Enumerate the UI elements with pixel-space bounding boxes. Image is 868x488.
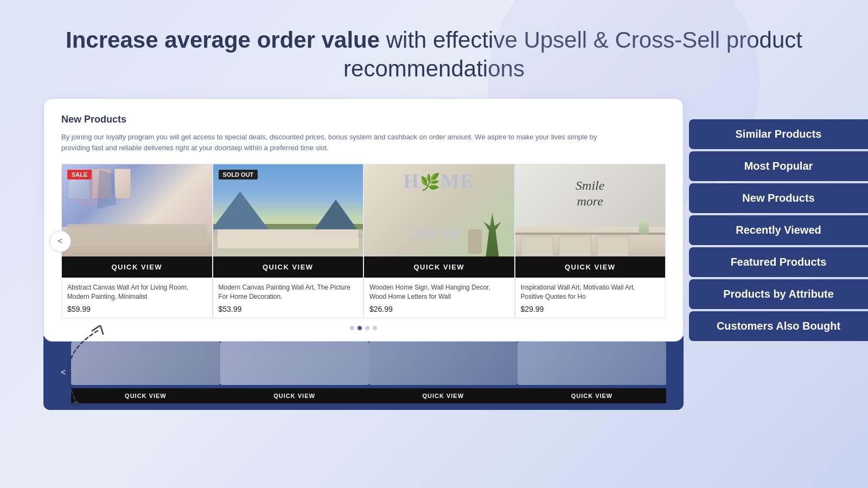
dot-4[interactable] — [373, 326, 377, 330]
quick-view-button-3[interactable]: QUICK VIEW — [364, 256, 514, 278]
dot-2[interactable] — [358, 326, 362, 330]
chevron-left-icon: < — [58, 236, 62, 246]
sidebar-item-products-by-attribute[interactable]: Products by Attribute — [689, 279, 868, 309]
dot-1[interactable] — [350, 326, 354, 330]
product-price-1: $59.99 — [67, 305, 207, 313]
card-description: By joining our loyalty program you will … — [61, 132, 604, 153]
product-info-1: Abstract Canvas Wall Art for Living Room… — [62, 278, 212, 318]
dot-3[interactable] — [365, 326, 369, 330]
product-price-2: $53.99 — [219, 305, 358, 313]
bottom-quick-view-button-2[interactable]: QUICK VIEW — [220, 388, 369, 403]
quick-view-button-4[interactable]: QUICK VIEW — [515, 256, 666, 278]
product-name-4: Inspirational Wall Art, Motivatio Wall A… — [521, 283, 660, 301]
bottom-product-image-2 — [220, 342, 369, 385]
sidebar-item-recently-viewed[interactable]: Recently Viewed — [689, 215, 868, 245]
hero-bold: Increase average order value — [66, 27, 380, 53]
product-info-3: Wooden Home Sign, Wall Hanging Decor, Wo… — [364, 278, 514, 318]
bottom-product-4: QUICK VIEW — [518, 342, 666, 403]
bottom-product-2: QUICK VIEW — [220, 342, 369, 403]
bottom-product-image-4 — [518, 342, 666, 385]
bottom-quick-view-button-4[interactable]: QUICK VIEW — [518, 388, 666, 403]
sidebar-item-new-products[interactable]: New Products — [689, 183, 868, 213]
card-title: New Products — [61, 114, 666, 125]
product-card-3: H🌿ME HO ME QUICK VIEW Wooden Home Sign, … — [363, 164, 515, 318]
bottom-quick-view-button-3[interactable]: QUICK VIEW — [369, 388, 518, 403]
product-name-3: Wooden Home Sign, Wall Hanging Decor, Wo… — [369, 283, 509, 301]
sidebar-labels-container: Similar Products Most Popular New Produc… — [689, 119, 868, 343]
product-card-4: Smilemore QUICK VIEW Inspirational Wall … — [515, 164, 666, 318]
product-image-4: Smilemore — [515, 164, 666, 256]
sale-badge-1: SALE — [67, 170, 92, 179]
bottom-product-3: QUICK VIEW — [369, 342, 518, 403]
product-name-1: Abstract Canvas Wall Art for Living Room… — [67, 283, 207, 301]
quick-view-button-2[interactable]: QUICK VIEW — [213, 256, 363, 278]
product-image-2: SOLD OUT — [213, 164, 363, 256]
product-image-3: H🌿ME HO ME — [364, 164, 514, 256]
svg-point-0 — [73, 401, 79, 407]
arrow-decoration — [49, 325, 114, 414]
sidebar-item-similar-products[interactable]: Similar Products — [689, 119, 868, 149]
product-price-3: $26.99 — [369, 305, 509, 313]
product-price-4: $29.99 — [521, 305, 660, 313]
sidebar-item-featured-products[interactable]: Featured Products — [689, 247, 868, 277]
bottom-section: < QUICK VIEW QUICK VIEW QUICK VIEW QUICK… — [43, 336, 684, 410]
products-row: < SALE QUICK VIEW Abstract Canvas Wall A… — [61, 164, 666, 318]
sidebar-item-customers-also-bought[interactable]: Customers Also Bought — [689, 311, 868, 341]
product-card-1: SALE QUICK VIEW Abstract Canvas Wall Art… — [61, 164, 213, 318]
main-product-card: New Products By joining our loyalty prog… — [43, 98, 684, 342]
pagination-dots — [61, 326, 666, 330]
product-card-2: SOLD OUT QUICK VIEW Modern Canvas Painti… — [213, 164, 364, 318]
product-info-4: Inspirational Wall Art, Motivatio Wall A… — [515, 278, 666, 318]
bottom-product-image-3 — [369, 342, 518, 385]
quick-view-button-1[interactable]: QUICK VIEW — [62, 256, 212, 278]
prev-nav-button[interactable]: < — [49, 230, 71, 252]
product-name-2: Modern Canvas Painting Wall Art, The Pic… — [219, 283, 358, 301]
product-image-1: SALE — [62, 164, 212, 256]
product-info-2: Modern Canvas Painting Wall Art, The Pic… — [213, 278, 363, 318]
sold-badge-2: SOLD OUT — [219, 170, 258, 179]
sidebar-item-most-popular[interactable]: Most Popular — [689, 151, 868, 181]
